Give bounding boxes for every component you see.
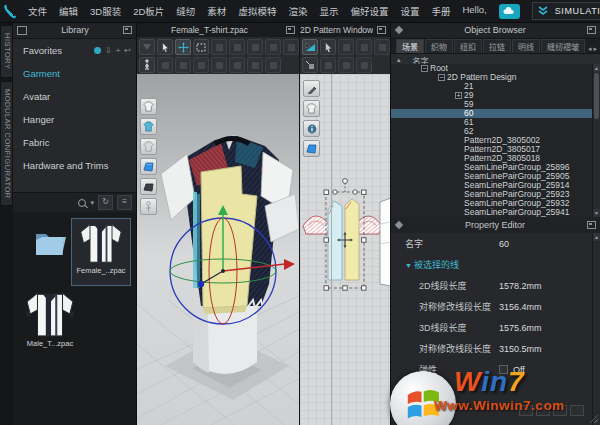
toolbar-button[interactable] [157, 57, 173, 73]
panel-icon[interactable] [395, 221, 403, 229]
toolbar-button[interactable] [175, 57, 191, 73]
textured-surface-button[interactable] [140, 118, 157, 135]
library-item-favorites[interactable]: Favorites ⇩ + ↩ [13, 39, 136, 62]
search-icon[interactable] [78, 199, 86, 207]
property-row[interactable]: 对称修改线段长度3156.4mm [391, 296, 593, 317]
scroll-up-icon[interactable]: ▲ [593, 64, 600, 72]
tree-expander-icon[interactable] [455, 92, 464, 99]
cloud-sync-button[interactable] [499, 4, 520, 19]
viewport-3d-titlebar[interactable]: Female_T-shirt.zpac [137, 22, 299, 38]
library-item[interactable]: Garment [13, 62, 136, 85]
property-row[interactable]: 弹性Off [391, 359, 593, 380]
property-row[interactable]: 3D线段长度1575.6mm [391, 317, 593, 338]
pen-tool-button[interactable] [303, 80, 320, 97]
pattern-2d-canvas[interactable] [300, 74, 390, 425]
garment-toggle-button[interactable] [303, 100, 320, 117]
toolbar-button[interactable] [193, 57, 209, 73]
marquee-select-tool-button[interactable] [193, 39, 209, 55]
asset-thumbnail-male-tshirt[interactable]: Male_T...zpac [17, 288, 83, 348]
asset-thumbnail-female-tshirt[interactable]: Female_..zpac [71, 218, 131, 286]
object-browser-tab[interactable]: 缝纫褶皱 [541, 39, 585, 53]
download-icon[interactable]: ⇩ [105, 46, 112, 55]
scroll-down-icon[interactable]: ▼ [593, 209, 600, 217]
show-garment-button[interactable] [140, 98, 157, 115]
toolbar-button[interactable] [211, 57, 227, 73]
tab-scroll-arrows[interactable]: ◂ ▸ [588, 45, 600, 53]
toolbar-button[interactable] [338, 57, 354, 73]
tree-row[interactable]: 60 [391, 109, 593, 118]
menu-item[interactable]: 虚拟模特 [232, 4, 282, 18]
toolbar-button[interactable] [320, 57, 336, 73]
menu-item[interactable]: 3D服装 [84, 4, 127, 18]
menu-item[interactable]: 编辑 [53, 4, 84, 18]
toolbar-button[interactable] [247, 39, 263, 55]
menu-item[interactable]: 缝纫 [170, 4, 201, 18]
menu-item[interactable]: 偏好设置 [344, 4, 394, 18]
property-scrollbar[interactable]: ▲ [592, 233, 600, 425]
tree-expander-icon[interactable] [438, 74, 447, 81]
tree-scrollbar[interactable]: ▲ ▼ [592, 64, 600, 217]
library-item[interactable]: Fabric [13, 131, 136, 154]
status-button[interactable] [519, 405, 533, 416]
object-browser-tab[interactable]: 明线 [512, 39, 540, 53]
toolbar-button[interactable] [283, 39, 299, 55]
toolbar-button[interactable] [265, 39, 281, 55]
status-button[interactable] [570, 405, 584, 416]
status-button[interactable] [536, 405, 550, 416]
toolbar-button[interactable] [356, 39, 372, 55]
viewport-2d-titlebar[interactable]: 2D Pattern Window [300, 22, 390, 38]
avatar-ghost-button[interactable] [140, 198, 157, 215]
property-row[interactable]: 对称修改线段长度3150.5mm [391, 338, 593, 359]
menu-item[interactable]: 文件 [22, 4, 53, 18]
tree-row[interactable]: 2D Pattern Design [391, 73, 593, 82]
resize-grip[interactable] [589, 414, 598, 423]
object-browser-tab[interactable]: 纽扣 [454, 39, 482, 53]
property-row[interactable]: 被选择的线 [391, 254, 593, 275]
toolbar-button[interactable] [356, 57, 372, 73]
menu-item[interactable]: Hello, [456, 4, 492, 18]
transform-pattern-tool-button[interactable] [302, 39, 318, 55]
fabric-blue-button[interactable] [303, 140, 320, 157]
folder-icon[interactable] [33, 228, 69, 264]
fabric-blue-button[interactable] [140, 158, 157, 175]
move-gizmo-tool-button[interactable] [175, 39, 191, 55]
search-filter-caret-icon[interactable]: ▾ [90, 199, 94, 207]
mesh-display-button[interactable] [140, 138, 157, 155]
menu-item[interactable]: 手册 [425, 4, 456, 18]
select-tool-button[interactable] [157, 39, 173, 55]
menu-item[interactable]: 渲染 [282, 4, 313, 18]
dock-tab[interactable]: HISTORY [0, 25, 13, 78]
library-item[interactable]: Hardware and Trims [13, 154, 136, 177]
avatar-display-button[interactable] [139, 57, 155, 73]
object-browser-tab[interactable]: 织物 [425, 39, 453, 53]
tree-row[interactable]: 29 [391, 91, 593, 100]
library-item[interactable]: Avatar [13, 85, 136, 108]
scene-3d-canvas[interactable] [137, 74, 299, 425]
menu-item[interactable]: 设置 [394, 4, 425, 18]
dock-tab[interactable]: MODULAR CONFIGURATOR [0, 81, 13, 207]
menu-item[interactable]: 显示 [313, 4, 344, 18]
refresh-button[interactable]: ↻ [98, 195, 113, 210]
info-button[interactable] [303, 120, 320, 137]
property-row[interactable]: 2D线段长度1578.2mm [391, 275, 593, 296]
toolbar-button[interactable] [247, 57, 263, 73]
popout-icon[interactable] [587, 26, 596, 34]
sync-icon[interactable] [94, 47, 101, 54]
add-icon[interactable]: + [116, 46, 121, 55]
popout-icon[interactable] [123, 26, 132, 34]
dock-icon[interactable] [17, 26, 27, 35]
status-button[interactable] [553, 405, 567, 416]
popout-icon[interactable] [286, 26, 295, 34]
toolbar-button[interactable] [338, 39, 354, 55]
view-dropdown-button[interactable] [139, 39, 155, 55]
toolbar-button[interactable] [229, 39, 245, 55]
toolbar-button[interactable] [265, 57, 281, 73]
simulation-button[interactable]: SIMULATION ▾ [532, 2, 600, 20]
scrollbar-thumb[interactable] [594, 73, 599, 119]
back-arrow-icon[interactable]: ↩ [124, 46, 131, 55]
object-browser-tab[interactable]: 拉链 [483, 39, 511, 53]
scroll-up-icon[interactable]: ▲ [593, 233, 600, 241]
tree-row[interactable]: 61 [391, 118, 593, 127]
edit-pattern-tool-button[interactable] [320, 39, 336, 55]
checkbox[interactable] [499, 365, 508, 374]
